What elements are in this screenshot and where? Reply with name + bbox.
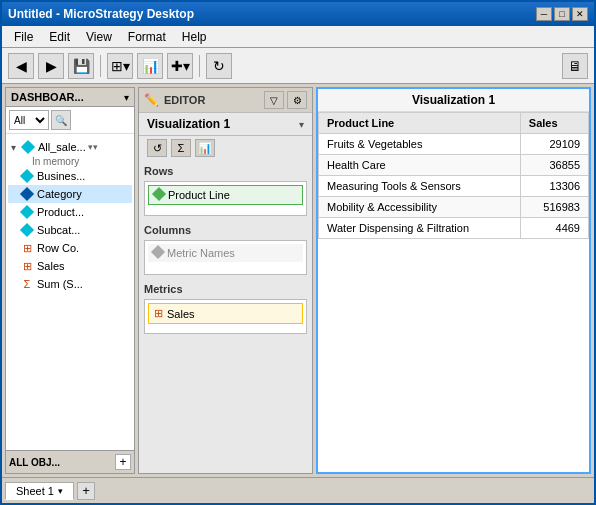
cell-product: Water Dispensing & Filtration — [319, 218, 521, 239]
add-object-button[interactable]: + — [115, 454, 131, 470]
busines-icon — [20, 169, 34, 183]
close-button[interactable]: ✕ — [572, 7, 588, 21]
maximize-button[interactable]: □ — [554, 7, 570, 21]
tree-item-sales[interactable]: ⊞ Sales — [8, 257, 132, 275]
rows-item-label: Product Line — [168, 189, 230, 201]
table-row: Fruits & Vegetables29109 — [319, 134, 589, 155]
tree-item-sum[interactable]: Σ Sum (S... — [8, 275, 132, 293]
undo-button[interactable]: ↺ — [147, 139, 167, 157]
metrics-sales-item[interactable]: ⊞ Sales — [148, 303, 303, 324]
menu-help[interactable]: Help — [174, 28, 215, 46]
cell-sales: 29109 — [520, 134, 588, 155]
tree-item-product[interactable]: Product... — [8, 203, 132, 221]
data-button[interactable]: ⊞▾ — [107, 53, 133, 79]
menu-file[interactable]: File — [6, 28, 41, 46]
sum-icon: Σ — [20, 277, 34, 291]
sales-icon: ⊞ — [20, 259, 34, 273]
cell-sales: 36855 — [520, 155, 588, 176]
undo-row: ↺ Σ 📊 — [139, 136, 312, 160]
viz-content: Product Line Sales Fruits & Vegetables29… — [318, 112, 589, 472]
table-row: Water Dispensing & Filtration4469 — [319, 218, 589, 239]
col-header-sales: Sales — [520, 113, 588, 134]
tree-item-busines[interactable]: Busines... — [8, 167, 132, 185]
tree-area: ▾ All_sale... ▾▾ In memory Busines... Ca… — [6, 134, 134, 450]
metrics-item-icon: ⊞ — [154, 307, 163, 320]
menu-format[interactable]: Format — [120, 28, 174, 46]
panel-header-arrow[interactable]: ▾ — [124, 92, 129, 103]
title-bar: Untitled - MicroStrategy Desktop ─ □ ✕ — [2, 2, 594, 26]
menu-bar: File Edit View Format Help — [2, 26, 594, 48]
search-dropdown[interactable]: All — [9, 110, 49, 130]
expand-icon: ▾ — [11, 142, 21, 153]
subcat-icon — [20, 223, 34, 237]
toolbar-separator-2 — [199, 55, 200, 77]
sigma-button[interactable]: Σ — [171, 139, 191, 157]
columns-item-label: Metric Names — [167, 247, 235, 259]
rowco-icon: ⊞ — [20, 241, 34, 255]
tree-item-subcat[interactable]: Subcat... — [8, 221, 132, 239]
tree-item-rowco-label: Row Co. — [37, 242, 79, 254]
share-button[interactable]: 🖥 — [562, 53, 588, 79]
tree-item-sales-label: Sales — [37, 260, 65, 272]
toolbar: ◀ ▶ 💾 ⊞▾ 📊 ✚▾ ↻ 🖥 — [2, 48, 594, 84]
cell-sales: 13306 — [520, 176, 588, 197]
chart-button[interactable]: 📊 — [137, 53, 163, 79]
tree-item-product-label: Product... — [37, 206, 84, 218]
columns-metric-names-item[interactable]: Metric Names — [148, 244, 303, 262]
toolbar-separator-1 — [100, 55, 101, 77]
forward-button[interactable]: ▶ — [38, 53, 64, 79]
save-button[interactable]: 💾 — [68, 53, 94, 79]
editor-tab-label[interactable]: EDITOR — [164, 94, 205, 106]
panel-header-label: DASHBOAR... — [11, 91, 84, 103]
tree-item-category-label: Category — [37, 188, 82, 200]
metrics-drop-zone[interactable]: ⊞ Sales — [144, 299, 307, 334]
metrics-item-label: Sales — [167, 308, 195, 320]
search-button[interactable]: 🔍 — [51, 110, 71, 130]
tree-item-category[interactable]: Category — [8, 185, 132, 203]
menu-view[interactable]: View — [78, 28, 120, 46]
columns-label: Columns — [144, 224, 307, 236]
columns-drop-zone[interactable]: Metric Names — [144, 240, 307, 275]
rows-drop-zone[interactable]: Product Line — [144, 181, 307, 216]
filter-button[interactable]: ▽ — [264, 91, 284, 109]
settings-button[interactable]: ⚙ — [287, 91, 307, 109]
add-sheet-button[interactable]: + — [77, 482, 95, 500]
tree-root[interactable]: ▾ All_sale... ▾▾ — [8, 138, 132, 156]
viz-selector-arrow[interactable]: ▾ — [299, 119, 304, 130]
rows-product-line-item[interactable]: Product Line — [148, 185, 303, 205]
sheet-tab-1[interactable]: Sheet 1 ▾ — [5, 482, 74, 500]
refresh-button[interactable]: ↻ — [206, 53, 232, 79]
product-icon — [20, 205, 34, 219]
tree-item-sum-label: Sum (S... — [37, 278, 83, 290]
menu-edit[interactable]: Edit — [41, 28, 78, 46]
search-area: All 🔍 — [6, 107, 134, 134]
add-button[interactable]: ✚▾ — [167, 53, 193, 79]
viz-selector-label: Visualization 1 — [147, 117, 230, 131]
rows-section: Rows Product Line Columns Metric Names M… — [139, 160, 312, 347]
root-arrows: ▾▾ — [88, 142, 98, 152]
category-icon — [20, 187, 34, 201]
cell-product: Health Care — [319, 155, 521, 176]
sheet-tab-1-arrow[interactable]: ▾ — [58, 486, 63, 496]
table-row: Mobility & Accessibility516983 — [319, 197, 589, 218]
table-row: Health Care36855 — [319, 155, 589, 176]
back-button[interactable]: ◀ — [8, 53, 34, 79]
tree-item-rowco[interactable]: ⊞ Row Co. — [8, 239, 132, 257]
minimize-button[interactable]: ─ — [536, 7, 552, 21]
toolbar-right: 🖥 — [562, 53, 588, 79]
editor-pencil-icon: ✏️ — [144, 93, 159, 107]
viz-title: Visualization 1 — [318, 89, 589, 112]
rows-item-icon — [154, 189, 164, 201]
viz-table: Product Line Sales Fruits & Vegetables29… — [318, 112, 589, 239]
editor-toolbar: ✏️ EDITOR ▽ ⚙ — [139, 88, 312, 113]
rows-label: Rows — [144, 165, 307, 177]
viz-selector: Visualization 1 ▾ — [139, 113, 312, 136]
bottom-tabs: Sheet 1 ▾ + — [2, 477, 594, 503]
tree-root-label: All_sale... — [38, 141, 86, 153]
main-area: DASHBOAR... ▾ All 🔍 ▾ All_sale... ▾▾ — [2, 84, 594, 477]
col-header-product: Product Line — [319, 113, 521, 134]
root-icon — [21, 140, 35, 154]
editor-tools: ▽ ⚙ — [264, 91, 307, 109]
chart-small-button[interactable]: 📊 — [195, 139, 215, 157]
metrics-label: Metrics — [144, 283, 307, 295]
